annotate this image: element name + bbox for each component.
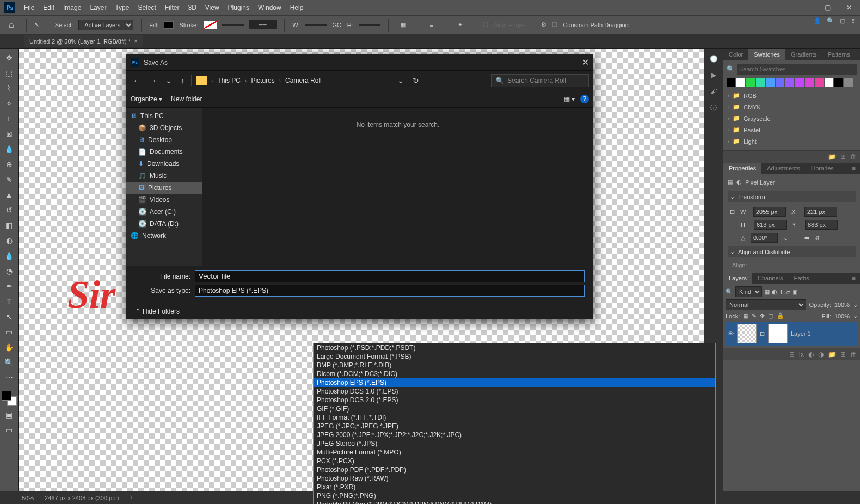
stroke-width[interactable] <box>222 24 244 26</box>
crumb-dropdown-icon[interactable]: ⌄ <box>395 74 406 87</box>
filter-adj-icon[interactable]: ◐ <box>772 288 777 296</box>
sidebar-downloads[interactable]: ⬇Downloads <box>126 158 202 170</box>
workspace-icon[interactable]: ▢ <box>840 17 845 24</box>
swatch[interactable] <box>844 78 853 87</box>
tab-channels[interactable]: Channels <box>752 273 788 284</box>
swatch-group-cmyk[interactable]: ›📁CMYK <box>727 101 857 113</box>
menu-filter[interactable]: Filter <box>161 4 184 11</box>
height-input[interactable] <box>754 220 787 230</box>
menu-type[interactable]: Type <box>110 4 133 11</box>
swatch-group-light[interactable]: ›📁Light <box>727 136 857 147</box>
screen-mode[interactable]: ▭ <box>2 423 17 437</box>
sidebar-data-d-[interactable]: 💽DATA (D:) <box>126 218 202 230</box>
search-box[interactable]: 🔍 Search Camera Roll <box>491 74 589 87</box>
dialog-titlebar[interactable]: Ps Save As ✕ <box>126 54 593 71</box>
sidebar-desktop[interactable]: 🖥Desktop <box>126 134 202 146</box>
history-brush-tool[interactable]: ↺ <box>2 204 17 217</box>
type-tool[interactable]: T <box>2 295 17 308</box>
crumb-this-pc[interactable]: This PC <box>217 77 241 84</box>
marquee-tool[interactable]: ⬚ <box>2 66 17 79</box>
sidebar-acer-c-[interactable]: 💽Acer (C:) <box>126 206 202 218</box>
constrain-label[interactable]: Constrain Path Dragging <box>563 22 628 28</box>
type-option[interactable]: Photoshop PDF (*.PDF;*.PDP) <box>314 465 715 474</box>
brush-tool[interactable]: ✎ <box>2 173 17 186</box>
pen-tool[interactable]: ✒ <box>2 280 17 293</box>
menu-edit[interactable]: Edit <box>39 4 59 11</box>
new-folder-button[interactable]: New folder <box>171 95 202 103</box>
type-option[interactable]: Large Document Format (*.PSB) <box>314 352 715 361</box>
layer-name[interactable]: Layer 1 <box>791 330 811 337</box>
group-icon[interactable]: 📁 <box>828 351 836 358</box>
menu-view[interactable]: View <box>201 4 224 11</box>
select-dropdown[interactable]: Active Layers <box>78 20 133 30</box>
tab-adjustments[interactable]: Adjustments <box>761 163 806 174</box>
link-icon[interactable]: GO <box>333 22 342 28</box>
layer-filter-kind[interactable]: Kind <box>735 286 762 297</box>
dodge-tool[interactable]: ◔ <box>2 265 17 278</box>
type-option[interactable]: JPEG Stereo (*.JPS) <box>314 439 715 448</box>
swatch[interactable] <box>776 78 784 87</box>
type-option[interactable]: Pixar (*.PXR) <box>314 483 715 491</box>
angle-input[interactable] <box>751 233 778 243</box>
sidebar-pictures[interactable]: 🖼Pictures <box>126 182 202 194</box>
type-select[interactable]: Photoshop EPS (*.EPS) <box>195 285 585 297</box>
forward-icon[interactable]: → <box>147 74 159 87</box>
tab-color[interactable]: Color <box>723 49 748 60</box>
menu-image[interactable]: Image <box>59 4 85 11</box>
opacity-value[interactable]: 100% <box>834 302 850 308</box>
swatch[interactable] <box>736 78 745 87</box>
type-option[interactable]: Photoshop Raw (*.RAW) <box>314 474 715 483</box>
lock-move-icon[interactable]: ✥ <box>760 312 765 319</box>
flip-v-icon[interactable]: ⇵ <box>815 235 820 242</box>
tab-patterns[interactable]: Patterns <box>822 49 856 60</box>
document-tab[interactable]: Untitled-2 @ 50% (Layer 1, RGB/8#) * × <box>24 35 143 47</box>
lock-brush-icon[interactable]: ✎ <box>752 312 757 319</box>
lasso-tool[interactable]: ⌇ <box>2 82 17 95</box>
type-option[interactable]: PCX (*.PCX) <box>314 457 715 465</box>
layer-item[interactable]: 👁 ⊟ Layer 1 <box>726 322 858 346</box>
type-option[interactable]: JPEG (*.JPG;*.JPEG;*.JPE) <box>314 422 715 431</box>
sidebar-3d-objects[interactable]: 📦3D Objects <box>126 122 202 134</box>
tab-layers[interactable]: Layers <box>723 273 752 284</box>
zoom-tool[interactable]: 🔍 <box>2 356 17 369</box>
tab-close-icon[interactable]: × <box>134 38 138 45</box>
menu-layer[interactable]: Layer <box>85 4 110 11</box>
recent-icon[interactable]: ⌄ <box>163 74 174 87</box>
align-edges-label[interactable]: Align Edges <box>494 22 526 28</box>
path-tool[interactable]: ↖ <box>2 310 17 323</box>
filename-input[interactable] <box>195 270 585 282</box>
y-input[interactable] <box>805 220 838 230</box>
fill-swatch[interactable] <box>164 21 174 29</box>
swatch[interactable] <box>834 78 843 87</box>
mask-icon[interactable]: ◐ <box>808 351 814 358</box>
swatch-group-pastel[interactable]: ›📁Pastel <box>727 124 857 136</box>
trash-icon[interactable]: 🗑 <box>850 351 857 358</box>
adjustment-icon[interactable]: ◑ <box>818 351 824 358</box>
dialog-close-icon[interactable]: ✕ <box>582 57 589 67</box>
swatch-group-grayscale[interactable]: ›📁Grayscale <box>727 113 857 124</box>
quick-mask[interactable]: ▣ <box>2 408 17 421</box>
gear-icon[interactable]: ⚙ <box>541 21 546 28</box>
panel-menu-icon[interactable]: ≡ <box>848 163 860 174</box>
crop-tool[interactable]: ⌗ <box>2 112 17 125</box>
color-picker[interactable] <box>2 391 17 406</box>
menu-help[interactable]: Help <box>286 4 308 11</box>
menu-file[interactable]: File <box>20 4 39 11</box>
shape-tool[interactable]: ▭ <box>2 325 17 339</box>
blend-mode-select[interactable]: Normal <box>726 299 806 310</box>
swatch[interactable] <box>795 78 804 87</box>
search-icon[interactable]: 🔍 <box>827 17 834 24</box>
swatch[interactable] <box>805 78 814 87</box>
frame-tool[interactable]: ⊠ <box>2 127 17 140</box>
type-option[interactable]: PNG (*.PNG;*.PNG) <box>314 491 715 500</box>
view-icon[interactable]: ▦ ▾ <box>564 95 575 103</box>
type-option[interactable]: Photoshop EPS (*.EPS) <box>314 378 715 387</box>
link-wh-icon[interactable]: ⊟ <box>730 208 735 216</box>
hide-folders-button[interactable]: ⌃Hide Folders <box>135 308 180 315</box>
type-option[interactable]: Photoshop DCS 2.0 (*.EPS) <box>314 396 715 404</box>
swatch[interactable] <box>815 78 824 87</box>
type-option[interactable]: GIF (*.GIF) <box>314 404 715 413</box>
trash-icon[interactable]: 🗑 <box>850 153 857 161</box>
sidebar-documents[interactable]: 📄Documents <box>126 146 202 158</box>
organize-button[interactable]: Organize ▾ <box>131 95 162 103</box>
